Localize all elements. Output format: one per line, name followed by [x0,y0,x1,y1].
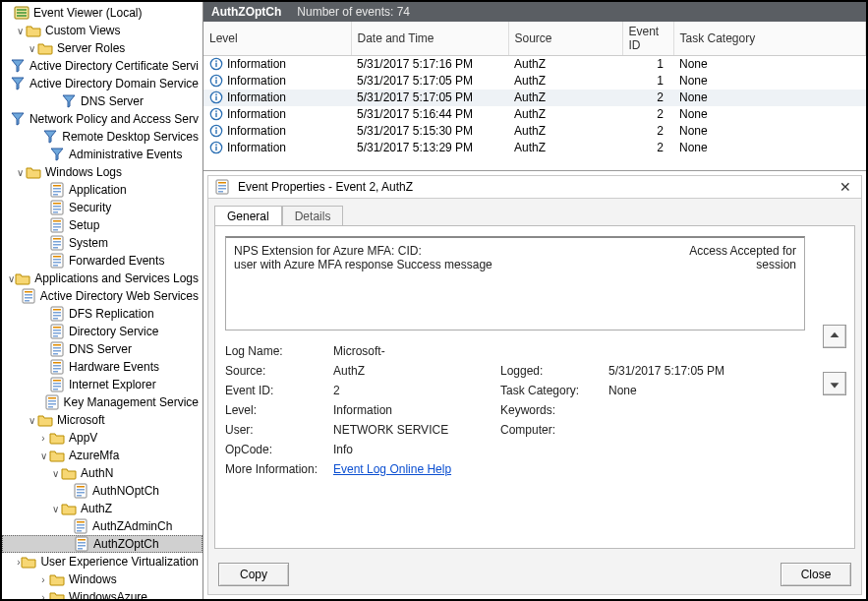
tab-general[interactable]: General [214,206,282,226]
tab-details[interactable]: Details [282,206,344,226]
cell-event-id: 2 [622,123,673,140]
value-computer [608,423,805,437]
expander-icon[interactable]: › [37,433,49,444]
label-level: Level: [225,403,333,417]
event-row[interactable]: Information5/31/2017 5:15:30 PMAuthZ2Non… [203,123,866,140]
dialog-titlebar[interactable]: Event Properties - Event 2, AuthZ ✕ [208,176,861,198]
info-icon [209,57,223,71]
cell-task: None [673,56,866,73]
cell-source: AuthZ [508,56,622,73]
event-row[interactable]: Information5/31/2017 5:17:16 PMAuthZ1Non… [203,56,866,73]
cell-task: None [673,73,866,90]
cell-event-id: 2 [622,90,673,106]
tree-custom-views[interactable]: ∨ Custom Views [2,22,203,39]
folder-icon [37,40,53,56]
col-level[interactable]: Level [203,22,351,56]
cell-date: 5/31/2017 5:13:29 PM [351,140,508,156]
cell-level: Information [227,90,286,104]
col-source[interactable]: Source [508,22,622,56]
tree-apps-log-item[interactable]: Key Management Service [2,393,203,411]
folder-icon [21,554,36,570]
event-properties-dialog: Event Properties - Event 2, AuthZ ✕ Gene… [207,175,862,595]
msg-line: session [689,258,796,271]
expander-icon[interactable]: ∨ [14,167,26,178]
cell-source: AuthZ [508,73,622,90]
event-row[interactable]: Information5/31/2017 5:17:05 PMAuthZ2Non… [203,90,866,106]
cell-level: Information [227,124,286,138]
nav-tree[interactable]: Event Viewer (Local) ∨ Custom Views ∨ Se… [2,2,203,599]
label-opcode: OpCode: [225,443,333,456]
expander-icon[interactable]: ∨ [26,43,37,54]
tree-ms-folder[interactable]: ›User Experience Virtualization [2,553,203,571]
label-moreinfo: More Information: [225,462,333,476]
label-computer: Computer: [500,423,608,437]
column-headers[interactable]: Level Date and Time Source Event ID Task… [203,22,866,56]
tree-apps-log-item[interactable]: Internet Explorer [2,376,203,393]
expander-icon[interactable]: ∨ [26,415,37,426]
value-user: NETWORK SERVICE [333,423,500,437]
tree-azuremfa[interactable]: ∨ AzureMfa [2,447,203,464]
msg-line: NPS Extension for Azure MFA: CID: [234,244,492,258]
label-user: User: [225,423,333,437]
label-eventid: Event ID: [225,384,333,397]
expander-icon[interactable]: › [37,592,49,600]
event-message[interactable]: NPS Extension for Azure MFA: CID: user w… [225,236,805,331]
expander-icon[interactable]: › [37,574,49,585]
cell-date: 5/31/2017 5:15:30 PM [351,123,508,140]
log-icon [74,536,89,552]
cell-task: None [673,106,866,123]
cell-date: 5/31/2017 5:17:05 PM [351,73,508,90]
event-row[interactable]: Information5/31/2017 5:16:44 PMAuthZ2Non… [203,106,866,123]
event-fields: Log Name: Microsoft- Source: AuthZ Logge… [225,344,805,476]
value-eventid: 2 [333,384,500,397]
info-icon [209,90,223,104]
tree-authn[interactable]: ∨ AuthN [2,464,203,482]
label-logname: Log Name: [225,344,333,358]
msg-line: user with Azure MFA response Success mes… [234,258,492,271]
link-event-log-help[interactable]: Event Log Online Help [333,462,451,476]
tree-microsoft[interactable]: ∨ Microsoft [2,411,203,429]
tree-appv[interactable]: › AppV [2,429,203,447]
close-button[interactable]: Close [781,563,851,586]
value-opcode: Info [333,443,500,456]
cell-event-id: 1 [622,56,673,73]
dialog-title: Event Properties - Event 2, AuthZ [238,180,413,194]
value-source: AuthZ [333,364,500,378]
next-event-button[interactable] [823,372,846,395]
cell-level: Information [227,107,286,121]
tree-apps-log-item[interactable]: Active Directory Web Services [2,287,203,305]
value-logged: 5/31/2017 5:17:05 PM [608,364,805,378]
prev-event-button[interactable] [823,325,846,348]
cell-level: Information [227,74,286,88]
col-date[interactable]: Date and Time [351,22,508,56]
expander-icon[interactable]: ∨ [8,273,15,284]
tree-windows-logs[interactable]: ∨ Windows Logs [2,163,203,181]
cell-source: AuthZ [508,123,622,140]
tree-server-role-item[interactable]: Active Directory Domain Service [2,75,203,92]
log-icon [214,179,230,195]
copy-button[interactable]: Copy [218,563,289,586]
event-row[interactable]: Information5/31/2017 5:17:05 PMAuthZ1Non… [203,73,866,90]
col-task-category[interactable]: Task Category [673,22,866,56]
cell-task: None [673,140,866,156]
label-source: Source: [225,364,333,378]
folder-icon [49,589,65,599]
event-list[interactable]: Level Date and Time Source Event ID Task… [203,22,866,171]
filter-icon [10,111,26,127]
app-root: Event Viewer (Local) ∨ Custom Views ∨ Se… [0,0,868,601]
cell-level: Information [227,141,286,154]
label-task: Task Category: [500,384,608,397]
cell-source: AuthZ [508,90,622,106]
label-keywords: Keywords: [500,403,608,417]
value-task: None [608,384,805,397]
expander-icon[interactable]: ∨ [49,468,61,479]
dialog-footer: Copy Close [208,555,861,594]
info-icon [209,74,223,88]
cell-source: AuthZ [508,140,622,156]
expander-icon[interactable]: ∨ [37,451,49,461]
event-row[interactable]: Information5/31/2017 5:13:29 PMAuthZ2Non… [203,140,866,156]
tree-server-role-item[interactable]: Active Directory Certificate Servi [2,57,203,75]
folder-icon [26,164,41,180]
col-event-id[interactable]: Event ID [622,22,673,56]
close-icon[interactable]: ✕ [836,178,855,196]
